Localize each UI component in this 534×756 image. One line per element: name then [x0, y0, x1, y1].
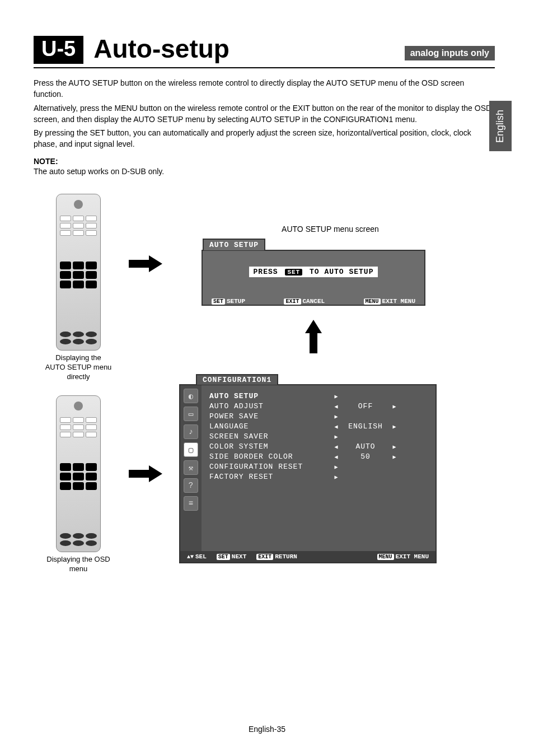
osd-auto-setup-window: AUTO SETUP PRESS SET TO AUTO SETUP SETSE… [202, 250, 425, 306]
osd-press-line: PRESS SET TO AUTO SETUP [249, 267, 378, 277]
config1-icon: ▢ [184, 442, 198, 457]
cfg-row-name: FACTORY RESET [209, 473, 332, 481]
note-text: The auto setup works on D-SUB only. [34, 166, 495, 177]
cfg-row-name: AUTO ADJUST [209, 402, 332, 410]
note-label: NOTE: [34, 157, 495, 166]
osd-press-left: PRESS [254, 268, 278, 276]
osd-auto-tab: AUTO SETUP [203, 239, 265, 250]
osd-press-key: SET [285, 269, 302, 276]
cfg-row: AUTO SETUP [209, 391, 428, 401]
cfg-row: POWER SAVE [209, 411, 428, 421]
cfg-row: LANGUAGEENGLISH [209, 421, 428, 431]
cfg-row-name: SIDE BORDER COLOR [209, 452, 332, 461]
cfg-footer: SEL SETNEXT EXITRETURN MENUEXIT MENU [180, 551, 435, 562]
cfg-row: SCREEN SAVER [209, 431, 428, 441]
triangle-right-icon [332, 463, 340, 471]
language-tab-label: English [495, 109, 507, 142]
osd-press-right: TO AUTO SETUP [310, 268, 373, 276]
cfg-row-name: POWER SAVE [209, 412, 332, 421]
remote-bottom-caption: Displaying the OSD menu [45, 555, 112, 574]
language-tab: English [489, 101, 512, 151]
cfg-row-name: SCREEN SAVER [209, 432, 332, 441]
page-number: English-35 [0, 725, 534, 734]
cfg-row-value: OFF [340, 402, 391, 410]
triangle-right-icon [332, 392, 340, 400]
triangle-left-icon [332, 452, 340, 461]
cfg-row-value: 50 [340, 452, 391, 461]
osd-configuration1-window: CONFIGURATION1 ◐ ▭ ♪ ▢ ⚒ ? ≡ AUTO SETUPA… [179, 384, 437, 563]
arrow-right-icon-2 [129, 465, 162, 482]
remote-control-top [56, 194, 101, 351]
brightness-icon: ◐ [184, 389, 198, 403]
remote-top-caption: Displaying the AUTO SETUP menu directly [45, 353, 112, 382]
cfg-row-value: ENGLISH [340, 422, 391, 431]
osd-auto-footer: SETSETUP EXITCANCEL MENUEXIT MENU [203, 296, 424, 309]
cfg-row-value: AUTO [340, 442, 391, 451]
page-title: Auto-setup [93, 34, 394, 64]
triangle-left-icon [332, 402, 340, 410]
triangle-right-icon [391, 422, 399, 431]
cfg-side-icons: ◐ ▭ ♪ ▢ ⚒ ? ≡ [180, 385, 202, 562]
intro-paragraph-3: By pressing the SET button, you can auto… [34, 127, 495, 150]
cfg-main-list: AUTO SETUPAUTO ADJUSTOFFPOWER SAVELANGUA… [202, 385, 435, 562]
cfg-row-name: AUTO SETUP [209, 392, 332, 400]
triangle-right-icon [391, 452, 399, 461]
triangle-right-icon [332, 412, 340, 421]
cfg-row-name: LANGUAGE [209, 422, 332, 431]
cfg-row: COLOR SYSTEMAUTO [209, 441, 428, 451]
analog-only-pill: analog inputs only [405, 46, 495, 60]
cfg-row: CONFIGURATION RESET [209, 461, 428, 472]
intro-paragraph-1: Press the AUTO SETUP button on the wirel… [34, 77, 495, 100]
screen-icon: ▭ [184, 407, 198, 421]
cfg-row: AUTO ADJUSTOFF [209, 401, 428, 411]
remote-control-bottom [56, 395, 101, 552]
diagram-area: Displaying the AUTO SETUP menu directly … [34, 194, 495, 586]
cfg-row: SIDE BORDER COLOR50 [209, 451, 428, 461]
intro-paragraph-2: Alternatively, press the MENU button on … [34, 102, 495, 125]
osd-auto-title-label: AUTO SETUP menu screen [257, 225, 403, 234]
arrow-up-icon [305, 320, 322, 353]
triangle-right-icon [391, 442, 399, 451]
triangle-right-icon [332, 473, 340, 481]
audio-icon: ♪ [184, 424, 198, 439]
advanced-icon: ? [184, 478, 198, 493]
arrow-right-icon [129, 255, 162, 272]
section-badge: U-5 [34, 36, 83, 64]
page-header: U-5 Auto-setup analog inputs only [34, 34, 495, 68]
info-icon: ≡ [184, 496, 198, 511]
triangle-right-icon [391, 402, 399, 410]
cfg-row: FACTORY RESET [209, 472, 428, 482]
cfg-row-name: COLOR SYSTEM [209, 442, 332, 451]
triangle-left-icon [332, 442, 340, 451]
triangle-right-icon [332, 432, 340, 441]
config2-icon: ⚒ [184, 460, 198, 475]
cfg-tab: CONFIGURATION1 [196, 374, 278, 385]
cfg-row-name: CONFIGURATION RESET [209, 463, 332, 471]
triangle-left-icon [332, 422, 340, 431]
cfg-foot-sel: SEL [187, 553, 207, 560]
